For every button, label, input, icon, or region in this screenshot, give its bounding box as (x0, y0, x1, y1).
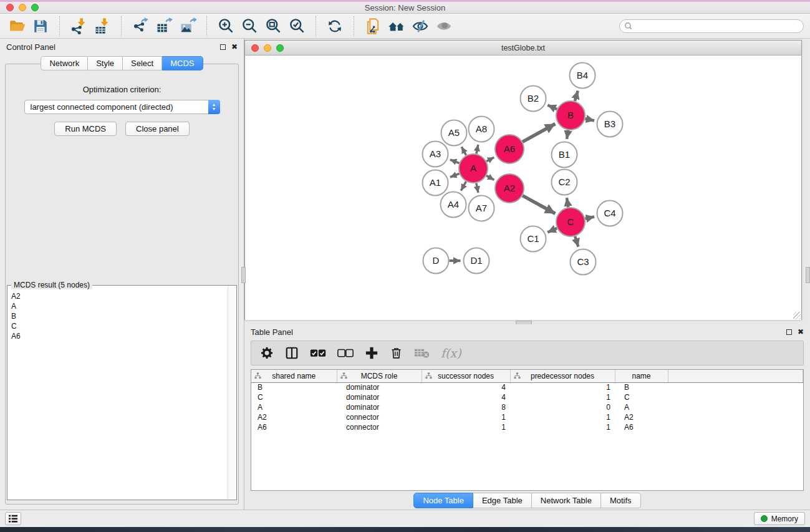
function-builder-button[interactable]: f(x) (441, 344, 461, 362)
float-panel-icon[interactable] (220, 44, 226, 50)
control-tab-select[interactable]: Select (123, 56, 162, 70)
edge-A-A3[interactable] (450, 160, 460, 163)
table-tab-motifs[interactable]: Motifs (601, 493, 641, 508)
optimization-criterion-select[interactable]: largest connected component (directed) ▲… (24, 100, 220, 114)
column-header-shared-name[interactable]: shared name (251, 370, 337, 382)
table-cell[interactable]: 4 (422, 392, 510, 402)
table-cell[interactable]: connector (337, 422, 422, 432)
import-table-button[interactable] (92, 16, 113, 36)
run-mcds-button[interactable]: Run MCDS (54, 122, 117, 136)
table-cell[interactable]: A (615, 402, 668, 412)
table-row[interactable]: Bdominator41B (251, 382, 803, 392)
home-view-button[interactable] (386, 16, 407, 36)
open-session-button[interactable] (6, 16, 27, 36)
deselect-all-columns-button[interactable] (337, 344, 354, 362)
clone-network-button[interactable] (362, 16, 383, 36)
zoom-in-button[interactable] (215, 16, 236, 36)
table-cell[interactable]: 8 (422, 402, 510, 412)
table-cell[interactable]: 1 (422, 422, 510, 432)
column-header-name[interactable]: name (615, 370, 668, 382)
table-cell[interactable]: dominator (337, 382, 422, 392)
table-row[interactable]: A6connector11A6 (251, 422, 803, 432)
table-cell[interactable]: B (615, 382, 668, 392)
table-cell[interactable]: 0 (510, 402, 615, 412)
table-cell[interactable]: 1 (510, 392, 615, 402)
import-network-button[interactable] (68, 16, 89, 36)
mcds-result-item[interactable]: A6 (11, 331, 236, 341)
edge-A-A7[interactable] (476, 183, 478, 193)
window-resize-grip[interactable] (793, 312, 801, 319)
table-cell[interactable]: 1 (510, 382, 615, 392)
column-header-successor-nodes[interactable]: successor nodes (422, 370, 510, 382)
node-table[interactable]: shared nameMCDS rolesuccessor nodesprede… (251, 370, 803, 432)
control-tab-mcds[interactable]: MCDS (162, 56, 203, 70)
table-cell[interactable]: 1 (422, 412, 510, 422)
network-graph[interactable]: AA1A2A3A4A5A6A7A8BB1B2B3B4CC1C2C3C4DD1 (245, 56, 801, 320)
memory-button[interactable]: Memory (754, 512, 805, 525)
result-scrollbar[interactable] (228, 286, 236, 499)
table-cell[interactable]: 1 (510, 412, 615, 422)
column-header-predecessor-nodes[interactable]: predecessor nodes (510, 370, 615, 382)
splitter-handle-left[interactable] (241, 267, 246, 283)
mcds-result-item[interactable]: A (11, 301, 236, 311)
table-cell[interactable]: B (251, 382, 337, 392)
export-network-button[interactable] (130, 16, 151, 36)
table-cell[interactable]: dominator (337, 392, 422, 402)
task-history-button[interactable] (5, 512, 21, 525)
settings-gear-button[interactable] (260, 344, 274, 362)
table-cell[interactable]: A6 (251, 422, 337, 432)
table-row[interactable]: Adominator80A (251, 402, 803, 412)
delete-table-button[interactable] (414, 344, 430, 362)
mcds-result-item[interactable]: B (11, 311, 236, 321)
table-tab-node-table[interactable]: Node Table (413, 493, 473, 508)
mcds-result-item[interactable]: A2 (11, 291, 236, 301)
table-cell[interactable]: A2 (615, 412, 668, 422)
column-header-MCDS-role[interactable]: MCDS role (337, 370, 422, 382)
zoom-out-button[interactable] (239, 16, 260, 36)
export-image-button[interactable] (177, 16, 198, 36)
edge-A-A2[interactable] (486, 176, 494, 180)
table-tab-edge-table[interactable]: Edge Table (473, 493, 532, 508)
table-cell[interactable]: 4 (422, 382, 510, 392)
export-table-button[interactable] (153, 16, 175, 36)
edge-A2-C[interactable] (523, 196, 555, 214)
network-canvas[interactable]: AA1A2A3A4A5A6A7A8BB1B2B3B4CC1C2C3C4DD1 (245, 56, 801, 320)
control-tab-style[interactable]: Style (88, 56, 123, 70)
search-input[interactable] (619, 19, 804, 33)
table-row[interactable]: Cdominator41C (251, 392, 803, 402)
edge-A-A5[interactable] (461, 147, 466, 155)
table-cell[interactable]: A (251, 402, 337, 412)
select-all-columns-button[interactable] (310, 344, 326, 362)
edge-B-B2[interactable] (547, 105, 557, 109)
zoom-fit-button[interactable] (263, 16, 284, 36)
save-session-button[interactable] (30, 16, 51, 36)
delete-column-button[interactable] (390, 344, 403, 362)
mcds-result-item[interactable]: C (11, 321, 236, 331)
edge-A-A6[interactable] (486, 157, 494, 161)
edge-C-C1[interactable] (547, 228, 557, 233)
close-table-panel-icon[interactable]: ✖ (798, 328, 804, 336)
edge-B-B4[interactable] (575, 90, 578, 101)
float-table-panel-icon[interactable] (786, 329, 792, 335)
zoom-selected-button[interactable] (286, 16, 307, 36)
close-panel-button[interactable]: Close panel (125, 122, 190, 136)
show-detail-button[interactable] (433, 16, 455, 36)
edge-A-A4[interactable] (461, 181, 466, 191)
table-tab-network-table[interactable]: Network Table (532, 493, 601, 508)
table-row[interactable]: A2connector11A2 (251, 412, 803, 422)
table-cell[interactable]: connector (337, 412, 422, 422)
edge-C-C2[interactable] (567, 198, 568, 207)
edge-A-A1[interactable] (450, 173, 460, 177)
control-tab-network[interactable]: Network (41, 56, 88, 70)
table-cell[interactable]: A6 (615, 422, 668, 432)
edge-B-B3[interactable] (585, 118, 594, 120)
table-cell[interactable]: dominator (337, 402, 422, 412)
edge-B-B1[interactable] (567, 130, 568, 139)
edge-C-C4[interactable] (585, 217, 594, 219)
table-cell[interactable]: 1 (510, 422, 615, 432)
edge-A-A8[interactable] (476, 145, 478, 154)
column-selector-button[interactable] (285, 344, 299, 362)
network-window-titlebar[interactable]: testGlobe.txt (245, 41, 801, 56)
table-cell[interactable]: C (615, 392, 668, 402)
table-cell[interactable]: C (251, 392, 337, 402)
